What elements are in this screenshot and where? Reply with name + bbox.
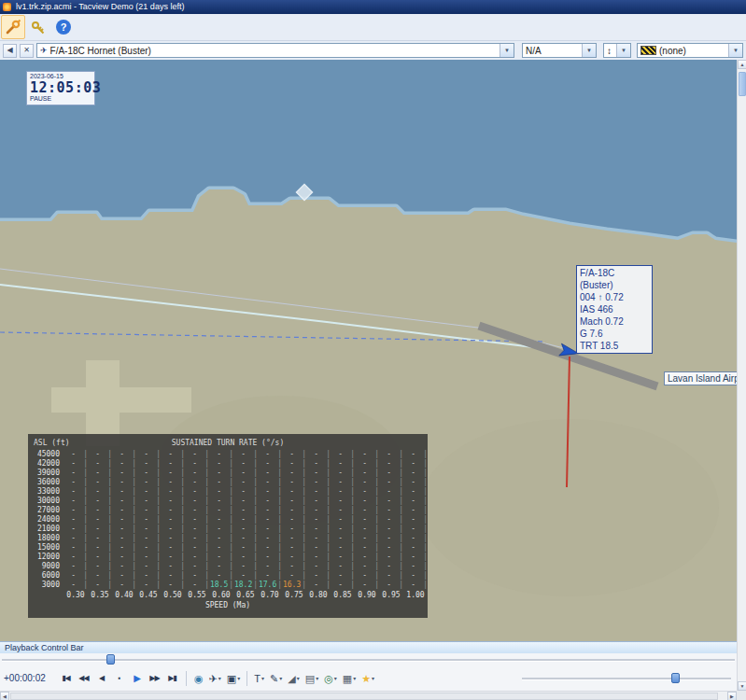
skip-to-end-button[interactable]: ▶▮ — [163, 671, 181, 686]
turn-rate-cell: -| — [355, 459, 379, 469]
chevron-down-icon[interactable]: ▼ — [728, 44, 742, 57]
turn-rate-cell: -| — [403, 478, 428, 487]
secondary-object-combo[interactable]: N/A ▼ — [522, 43, 597, 58]
aircraft-view-button[interactable]: ✈▾ — [206, 670, 224, 687]
speed-slider[interactable] — [520, 672, 733, 684]
skip-to-start-button[interactable]: ▮◀ — [57, 671, 75, 686]
telemetry-tool-button[interactable]: ◎▾ — [321, 670, 340, 687]
scroll-down-icon[interactable]: ▼ — [738, 681, 746, 691]
timeline-slider[interactable] — [0, 653, 737, 665]
aircraft-data-label[interactable]: F/A-18C (Buster) 004 ↑ 0.72IAS 466Mach 0… — [576, 265, 653, 354]
chart-title: SUSTAINED TURN RATE (°/s) — [28, 437, 428, 450]
turn-rate-cell: -| — [233, 515, 258, 525]
turn-rate-cell: -| — [88, 534, 112, 543]
chevron-down-icon[interactable]: ▼ — [500, 44, 514, 57]
stop-button[interactable]: ▪ — [110, 671, 128, 686]
altitude-tick: 42000 — [28, 459, 63, 469]
license-key-button[interactable] — [26, 15, 50, 39]
display-mode-combo[interactable]: ↕ ▼ — [603, 43, 631, 58]
chevron-down-icon[interactable]: ▼ — [582, 44, 596, 57]
close-pane-button[interactable]: ✕ — [20, 44, 34, 58]
help-button[interactable]: ? — [51, 15, 76, 39]
turn-rate-cell: -| — [136, 506, 161, 515]
favorites-button[interactable]: ★▾ — [359, 670, 377, 687]
turn-rate-cell: -| — [112, 562, 136, 571]
shapes-tool-button[interactable]: ◢▾ — [285, 670, 302, 687]
aircraft-data-line: TRT 18.5 — [580, 340, 649, 352]
altitude-tick: 12000 — [28, 553, 63, 562]
turn-rate-cell: -| — [161, 534, 185, 543]
horizontal-scroll-thumb[interactable] — [10, 693, 718, 700]
speed-slider-thumb[interactable] — [671, 673, 680, 683]
dropdown-arrow-icon: ▾ — [261, 675, 264, 681]
speed-tick: 0.50 — [161, 590, 185, 600]
play-button[interactable]: ▶ — [128, 671, 146, 686]
dock-pane-button[interactable]: ◀ — [3, 44, 17, 58]
altitude-tick: 3000 — [28, 581, 63, 590]
turn-rate-cell: -| — [355, 478, 379, 487]
clock-time: 12:05:03 — [30, 80, 91, 95]
transport-buttons: ▮◀◀◀◀▪▶▶▶▶▮ — [57, 671, 181, 686]
airport-label[interactable]: Lavan Island Airport — [664, 371, 737, 385]
turn-rate-cell: -| — [403, 553, 428, 562]
turn-rate-cell: -| — [403, 506, 428, 515]
turn-rate-cell: -| — [161, 571, 185, 581]
layers-tool-button[interactable]: ▤▾ — [303, 670, 321, 687]
turn-rate-cell: -| — [233, 487, 258, 497]
scroll-up-icon[interactable]: ▲ — [738, 60, 746, 69]
turn-rate-row: 24000-|-|-|-|-|-|-|-|-|-|-|-|-|-|-| — [28, 515, 428, 525]
vertical-scrollbar[interactable]: ▲ ▼ — [737, 60, 746, 691]
fast-forward-button[interactable]: ▶▶ — [146, 671, 163, 686]
turn-rate-cell: -| — [282, 534, 306, 543]
turn-rate-cell: -| — [136, 459, 161, 469]
turn-rate-cell: -| — [379, 487, 403, 497]
turn-rate-cell: -| — [63, 487, 88, 497]
turn-rate-cell: -| — [209, 478, 233, 487]
turn-rate-row: 42000-|-|-|-|-|-|-|-|-|-|-|-|-|-|-| — [28, 459, 428, 469]
turn-rate-cell: -| — [331, 469, 355, 478]
turn-rate-cell: -| — [282, 497, 306, 506]
text-tool-button[interactable]: T▾ — [251, 670, 267, 687]
map-viewport[interactable]: 2023-06-15 12:05:03 PAUSE F/A-18C (Buste… — [0, 60, 737, 641]
telemetry-combo[interactable]: (none) ▼ — [637, 43, 743, 58]
pencil-tool-button[interactable]: ✎▾ — [267, 670, 285, 687]
playback-tool-buttons: ◉✈▾▣▾T▾✎▾◢▾▤▾◎▾▦▾★▾ — [191, 670, 377, 687]
turn-rate-cell: -| — [379, 581, 403, 590]
turn-rate-row: 36000-|-|-|-|-|-|-|-|-|-|-|-|-|-|-| — [28, 478, 428, 487]
grid-tool-button[interactable]: ▦▾ — [340, 670, 359, 687]
primary-object-value: F/A-18C Hornet (Buster) — [48, 46, 500, 56]
horizontal-scrollbar[interactable]: ◀ ▶ — [0, 691, 737, 700]
turn-rate-cell: -| — [112, 581, 136, 590]
playback-bar-title[interactable]: Playback Control Bar — [0, 641, 737, 653]
scroll-left-icon[interactable]: ◀ — [0, 692, 9, 700]
tools-button[interactable] — [1, 15, 25, 39]
playback-time[interactable]: +00:00:02 — [4, 673, 56, 683]
vertical-scroll-thumb[interactable] — [739, 72, 746, 96]
speed-slider-track[interactable] — [522, 678, 731, 680]
scroll-right-icon[interactable]: ▶ — [727, 692, 737, 700]
turn-rate-cell: -| — [88, 469, 112, 478]
turn-rate-cell: -| — [403, 543, 428, 553]
play-backward-button[interactable]: ◀ — [92, 671, 110, 686]
turn-rate-cell: -| — [233, 506, 258, 515]
dropdown-arrow-icon: ▾ — [372, 675, 374, 681]
turn-rate-cell: -| — [185, 469, 209, 478]
chevron-down-icon[interactable]: ▼ — [616, 44, 630, 57]
turn-rate-cell: -| — [185, 487, 209, 497]
aircraft-data-line: G 7.6 — [580, 328, 649, 340]
turn-rate-cell: -| — [306, 506, 331, 515]
camera-view-button[interactable]: ▣▾ — [224, 670, 243, 687]
window-titlebar[interactable]: lv1.trk.zip.acmi - Tacview Demo (21 days… — [0, 0, 746, 14]
turn-rate-cell: -| — [209, 506, 233, 515]
turn-rate-cell: -| — [112, 525, 136, 534]
turn-rate-cell: -| — [136, 553, 161, 562]
turn-rate-cell: -| — [379, 562, 403, 571]
turn-rate-cell: -| — [209, 497, 233, 506]
turn-rate-cell: -| — [63, 525, 88, 534]
fast-rewind-button[interactable]: ◀◀ — [75, 671, 92, 686]
world-view-button[interactable]: ◉ — [191, 670, 206, 687]
timeline-thumb[interactable] — [106, 654, 115, 665]
turn-rate-cell: -| — [403, 534, 428, 543]
primary-object-combo[interactable]: ✈ F/A-18C Hornet (Buster) ▼ — [36, 43, 514, 58]
playback-bar-body: +00:00:02 ▮◀◀◀◀▪▶▶▶▶▮ ◉✈▾▣▾T▾✎▾◢▾▤▾◎▾▦▾★… — [0, 653, 737, 691]
